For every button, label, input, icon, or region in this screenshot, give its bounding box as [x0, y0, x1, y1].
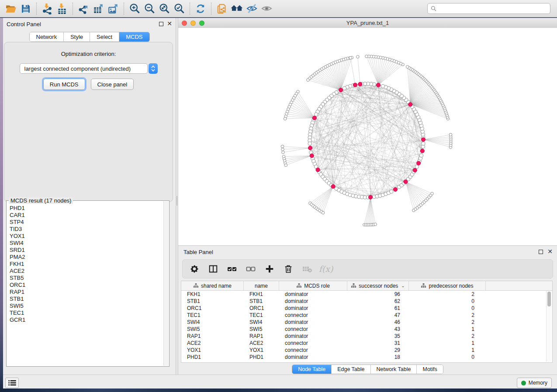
mcds-result-item[interactable]: STB1 [10, 296, 164, 303]
network-canvas[interactable] [178, 28, 557, 245]
export-network-button[interactable] [76, 2, 91, 16]
mcds-result-item[interactable]: FKH1 [10, 261, 164, 268]
mcds-result-item[interactable]: PHD1 [10, 205, 164, 212]
table-scrollbar[interactable] [546, 291, 552, 362]
tab-style[interactable]: Style [64, 32, 90, 41]
table-row[interactable]: ORC1ORC1dominator610 [181, 305, 552, 312]
table-row[interactable]: YOX1YOX1connector291 [181, 347, 552, 354]
graph-leaf-node[interactable] [449, 133, 452, 136]
tab-network-table[interactable]: Network Table [371, 365, 417, 374]
mcds-result-item[interactable]: TEC1 [10, 309, 164, 316]
graph-leaf-node[interactable] [431, 192, 434, 195]
table-row[interactable]: SWI5SWI5connector431 [181, 326, 552, 333]
graph-leaf-node[interactable] [307, 79, 310, 82]
graph-node[interactable] [419, 154, 423, 157]
search-input[interactable] [439, 5, 547, 12]
mcds-result-item[interactable]: ORC1 [10, 282, 164, 289]
graph-node[interactable] [390, 190, 393, 193]
deselect-all-button[interactable] [245, 263, 256, 275]
graph-leaf-node[interactable] [281, 145, 284, 148]
table-row[interactable]: SWI4SWI4dominator462 [181, 319, 552, 326]
table-settings-button[interactable] [189, 263, 200, 275]
run-mcds-button[interactable]: Run MCDS [43, 79, 85, 90]
graph-leaf-node[interactable] [374, 223, 377, 226]
graph-dominator-node[interactable] [417, 161, 421, 165]
mcds-result-item[interactable]: RAP1 [10, 289, 164, 296]
select-all-button[interactable] [226, 263, 238, 275]
graph-dominator-node[interactable] [408, 103, 412, 107]
graph-dominator-node[interactable] [376, 83, 380, 87]
mcds-result-item[interactable]: STP4 [10, 219, 164, 226]
graph-dominator-node[interactable] [393, 187, 397, 191]
table-row[interactable]: RAP1RAP1dominator352 [181, 333, 552, 340]
tab-select[interactable]: Select [90, 32, 119, 41]
graph-node[interactable] [422, 142, 425, 145]
delete-column-button[interactable] [283, 263, 294, 275]
first-neighbors-button[interactable] [229, 2, 244, 16]
table-row[interactable]: ACE2ACE2connector311 [181, 340, 552, 347]
mcds-result-item[interactable]: ACE2 [10, 268, 164, 275]
table-row[interactable]: TEC1TEC1connector472 [181, 312, 552, 319]
graph-dominator-node[interactable] [310, 154, 314, 158]
table-row[interactable]: STB1STB1dominator620 [181, 298, 552, 305]
mcds-result-item[interactable]: SWI5 [10, 303, 164, 309]
graph-dominator-node[interactable] [312, 116, 316, 120]
memory-button[interactable]: Memory [517, 378, 552, 388]
graph-dominator-node[interactable] [420, 149, 424, 153]
open-session-button[interactable] [3, 2, 18, 16]
float-table-panel-icon[interactable] [539, 250, 543, 254]
column-header-MCDS-role[interactable]: MCDS role [279, 281, 347, 290]
hide-selected-button[interactable] [244, 2, 259, 16]
zoom-out-button[interactable] [142, 2, 157, 16]
export-table-button[interactable] [91, 2, 106, 16]
zoom-in-button[interactable] [127, 2, 142, 16]
graph-leaf-node[interactable] [282, 151, 285, 154]
graph-leaf-node[interactable] [281, 148, 284, 151]
graph-node[interactable] [381, 84, 384, 88]
graph-dominator-node[interactable] [421, 138, 425, 141]
mcds-result-item[interactable]: PMA2 [10, 254, 164, 261]
graph-dominator-node[interactable] [331, 185, 335, 189]
graph-leaf-node[interactable] [349, 56, 352, 59]
graph-dominator-node[interactable] [339, 88, 343, 92]
graph-dominator-node[interactable] [413, 168, 417, 172]
zoom-fit-button[interactable] [157, 2, 172, 16]
criterion-dropdown[interactable]: largest connected component (undirected) [20, 63, 158, 74]
graph-dominator-node[interactable] [308, 146, 312, 150]
graph-leaf-node[interactable] [322, 211, 325, 214]
graph-leaf-node[interactable] [356, 55, 360, 58]
mcds-result-item[interactable]: CAR1 [10, 212, 164, 219]
mcds-result-item[interactable]: SRD1 [10, 247, 164, 254]
tab-mcds[interactable]: MCDS [119, 32, 149, 41]
graph-leaf-node[interactable] [406, 65, 409, 69]
graph-node[interactable] [308, 142, 311, 145]
column-header-predecessor-nodes[interactable]: predecessor nodes [409, 281, 486, 290]
graph-leaf-node[interactable] [365, 55, 368, 58]
graph-dominator-node[interactable] [358, 82, 362, 86]
mcds-result-item[interactable]: YOX1 [10, 233, 164, 240]
mcds-list-scrollbar[interactable] [163, 201, 169, 366]
column-header-successor-nodes[interactable]: successor nodes⌄ [347, 281, 409, 290]
graph-dominator-node[interactable] [369, 195, 373, 199]
tab-edge-table[interactable]: Edge Table [332, 365, 370, 374]
import-network-button[interactable] [40, 2, 55, 16]
mcds-result-item[interactable]: GCR1 [10, 316, 164, 323]
save-session-button[interactable] [18, 2, 33, 16]
graph-dominator-node[interactable] [353, 83, 357, 87]
add-column-button[interactable] [264, 263, 275, 275]
graph-dominator-node[interactable] [316, 168, 320, 172]
table-scrollbar-thumb[interactable] [547, 292, 551, 306]
column-header-shared-name[interactable]: shared name [181, 281, 244, 290]
table-row[interactable]: PHD1PHD1dominator180 [181, 354, 552, 361]
tab-motifs[interactable]: Motifs [417, 365, 443, 374]
graph-node[interactable] [315, 113, 318, 116]
float-panel-icon[interactable] [159, 22, 163, 26]
clone-network-button[interactable] [214, 2, 229, 16]
refresh-button[interactable] [193, 2, 208, 16]
mcds-result-item[interactable]: TID3 [10, 226, 164, 233]
tab-network[interactable]: Network [29, 32, 64, 41]
mcds-result-item[interactable]: SWI4 [10, 240, 164, 247]
mcds-result-item[interactable]: STB5 [10, 275, 164, 282]
graph-leaf-node[interactable] [284, 117, 287, 120]
table-row[interactable]: FKH1FKH1dominator962 [181, 291, 552, 298]
